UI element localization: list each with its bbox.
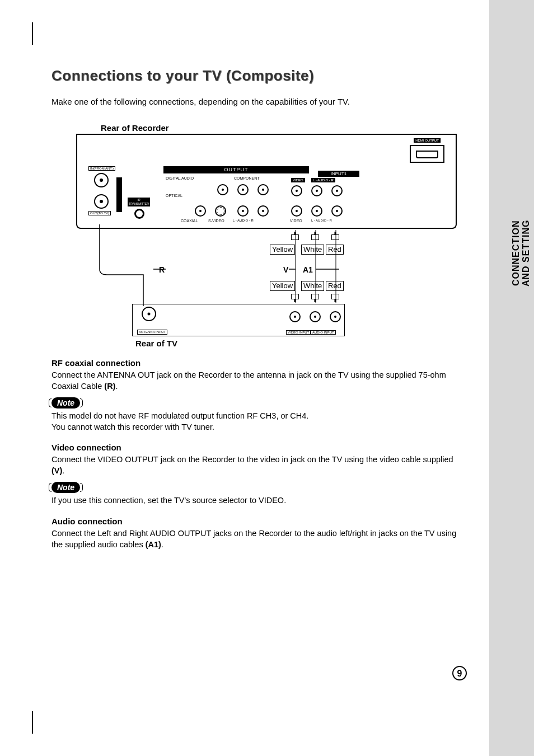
rf-body: Connect the ANTENNA OUT jack on the Reco…	[51, 370, 457, 392]
cable-white-bottom: White	[301, 281, 324, 291]
jack-component-pr	[257, 184, 269, 195]
cable-yellow-top: Yellow	[270, 245, 295, 255]
plug-icon	[311, 294, 319, 299]
antenna-vertical-label	[116, 177, 122, 212]
video-note-line1: If you use this connection, set the TV's…	[51, 495, 457, 506]
jack-audio-r-out	[257, 205, 269, 217]
jack-audio-l-out	[237, 205, 249, 217]
ir-transmitter-label: IR TRANSMITTER	[128, 198, 150, 206]
video-label-out: VIDEO	[290, 219, 302, 223]
tv-antenna-block	[139, 307, 158, 326]
rf-heading: RF coaxial connection	[51, 358, 457, 368]
antenna-out-jack-icon	[94, 194, 109, 209]
tv-audio-r-jack	[330, 311, 341, 322]
cable-red-bottom: Red	[326, 281, 344, 291]
antenna-block: IN(FROM ANT.) IR TRANSMITTER OUT(TO TV)	[84, 166, 151, 224]
route-v-label: V	[283, 265, 288, 274]
jack-audio-l-in	[311, 185, 322, 196]
tv-antenna-jack-icon	[142, 307, 156, 321]
plug-icon	[331, 234, 339, 240]
diagram-caption-bottom: Rear of TV	[135, 339, 457, 348]
tv-video-in-jack	[289, 311, 301, 322]
laudio-r-label-out: L - AUDIO - R	[311, 219, 332, 222]
route-a1-label: A1	[303, 265, 313, 274]
page-number: 9	[452, 666, 467, 680]
rf-body-bold: (R)	[104, 382, 115, 391]
diagram-section: Rear of Recorder HDMI OUTPUT OUTPUT INPU…	[51, 123, 457, 348]
plug-icon	[291, 234, 299, 240]
jack-component-pb	[237, 184, 249, 195]
audio-body-post: .	[161, 540, 163, 549]
hdmi-port-icon	[416, 151, 438, 158]
jack-svideo	[215, 205, 226, 217]
audio-body: Connect the Left and Right AUDIO OUTPUT …	[51, 528, 457, 550]
side-tab-line1: CONNECTION	[510, 220, 520, 287]
audio-body-pre: Connect the Left and Right AUDIO OUTPUT …	[51, 529, 456, 549]
side-tab: CONNECTION AND SETTING	[489, 0, 534, 756]
jack-coaxial	[195, 205, 206, 217]
tv-video-input-label: VIDEO INPUT	[286, 330, 311, 335]
in-from-ant-label: IN(FROM ANT.)	[88, 166, 115, 171]
tv-antenna-input-label: ANTENNA INPUT	[137, 330, 167, 335]
hdmi-label: HDMI OUTPUT	[414, 138, 441, 143]
laudio-r-label-1: L - AUDIO - R	[233, 219, 254, 222]
diagram-caption-top: Rear of Recorder	[101, 123, 457, 133]
digital-audio-label: DIGITAL AUDIO	[166, 176, 194, 180]
recorder-rear-panel: HDMI OUTPUT OUTPUT INPUT1 DIGITAL AUDIO …	[76, 135, 457, 229]
cable-red-top: Red	[326, 245, 344, 255]
connection-diagram: HDMI OUTPUT OUTPUT INPUT1 DIGITAL AUDIO …	[76, 135, 457, 336]
plug-icon	[291, 294, 299, 299]
output-label: OUTPUT	[163, 166, 309, 173]
video-label-in: VIDEO	[291, 178, 305, 182]
content-area: Connections to your TV (Composite) Make …	[51, 67, 457, 550]
rf-note-line1: This model do not have RF modulated outp…	[51, 411, 457, 422]
rf-body-post: .	[115, 382, 118, 391]
ir-jack-icon	[134, 209, 144, 219]
crop-mark	[32, 22, 33, 45]
video-body-bold: (V)	[51, 466, 62, 475]
side-tab-line2: AND SETTING	[521, 220, 531, 287]
jack-audio-r-out2	[331, 205, 343, 217]
coaxial-label: COAXIAL	[181, 219, 198, 223]
rf-note-line2: You cannot watch this recorder with TV t…	[51, 422, 457, 433]
component-label: COMPONENT	[234, 176, 260, 180]
route-r-label: R	[159, 265, 165, 274]
video-body-pre: Connect the VIDEO OUTPUT jack on the Rec…	[51, 455, 453, 464]
plug-icon	[331, 294, 339, 299]
tv-rear-panel: ANTENNA INPUT VIDEO INPUT AUDIO INPUT	[132, 304, 345, 336]
jack-component-y	[217, 184, 228, 195]
antenna-in-jack-icon	[94, 173, 109, 187]
note-badge: Note	[51, 482, 80, 493]
intro-text: Make one of the following connections, d…	[51, 97, 457, 106]
hdmi-output: HDMI OUTPUT	[410, 145, 444, 163]
audio-heading: Audio connection	[51, 516, 457, 526]
video-body-post: .	[62, 466, 64, 475]
audio-section: Audio connection Connect the Left and Ri…	[51, 516, 457, 550]
jack-audio-l-out2	[311, 205, 322, 217]
jack-video-out	[291, 205, 302, 217]
cable-white-top: White	[301, 245, 324, 255]
jack-audio-r-in	[331, 185, 343, 196]
plug-icon	[311, 234, 319, 240]
video-heading: Video connection	[51, 443, 457, 452]
cable-yellow-bottom: Yellow	[270, 281, 295, 291]
note-badge: Note	[51, 397, 80, 408]
tv-audio-l-jack	[310, 311, 321, 322]
jack-video-in	[291, 185, 302, 196]
video-section: Video connection Connect the VIDEO OUTPU…	[51, 443, 457, 506]
page: CONNECTION AND SETTING Connections to yo…	[0, 0, 534, 756]
tv-audio-input-label: AUDIO INPUT	[311, 330, 336, 335]
page-title: Connections to your TV (Composite)	[51, 67, 457, 84]
laudio-r-label-in: L - AUDIO - R	[311, 178, 335, 182]
svideo-label: S-VIDEO	[208, 219, 224, 223]
video-body: Connect the VIDEO OUTPUT jack on the Rec…	[51, 454, 457, 476]
out-to-tv-label: OUT(TO TV)	[88, 211, 111, 215]
side-tab-text: CONNECTION AND SETTING	[510, 220, 530, 287]
audio-body-bold: (A1)	[146, 540, 161, 549]
crop-mark	[32, 711, 33, 734]
optical-label: OPTICAL	[166, 194, 182, 198]
input1-label: INPUT1	[318, 171, 359, 177]
rf-section: RF coaxial connection Connect the ANTENN…	[51, 358, 457, 433]
